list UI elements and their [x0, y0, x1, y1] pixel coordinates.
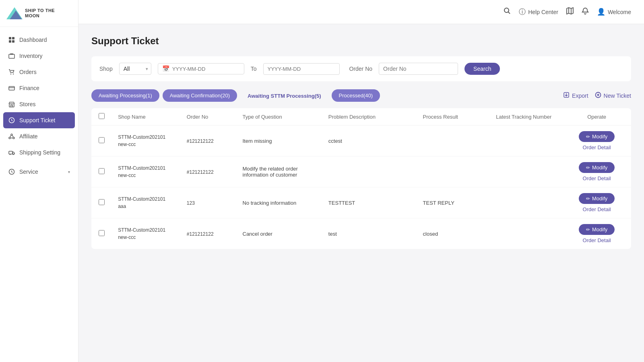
service-icon [8, 168, 15, 175]
svg-point-13 [11, 134, 12, 136]
sidebar-item-shipping-setting-label: Shipping Setting [19, 149, 60, 156]
row-1-order-detail-button[interactable]: Order Detail [583, 144, 611, 150]
row-2-order-no: #121212122 [180, 156, 236, 187]
sidebar-item-support-ticket-label: Support Ticket [19, 117, 56, 123]
shop-select[interactable]: All [119, 63, 151, 75]
affiliate-icon [8, 133, 15, 140]
table-header: Shop Name Order No Type of Question Prob… [91, 108, 631, 125]
th-order-no: Order No [180, 108, 236, 125]
support-ticket-table: Shop Name Order No Type of Question Prob… [91, 108, 631, 249]
sidebar-item-support-ticket[interactable]: Support Ticket [3, 112, 75, 128]
sidebar-item-dashboard[interactable]: Dashboard [0, 32, 78, 48]
row-2-order-detail-button[interactable]: Order Detail [583, 175, 611, 181]
export-button[interactable]: Export [563, 92, 588, 99]
pencil-icon: ✏ [586, 165, 590, 171]
row-2-shop: STTM-Custom202101 new-ccc [111, 156, 180, 187]
row-1-modify-button[interactable]: ✏ Modify [579, 131, 615, 142]
user-welcome[interactable]: 👤 Welcome [597, 8, 631, 16]
row-4-shop: STTM-Custom202101 new-ccc [111, 218, 180, 249]
date-from-input[interactable] [172, 66, 240, 72]
date-to-input[interactable] [263, 63, 340, 75]
row-3-operate: ✏ Modify Order Detail [562, 187, 631, 218]
row-1-checkbox[interactable] [99, 137, 105, 143]
table-body: STTM-Custom202101 new-ccc #121212122 Ite… [91, 125, 631, 249]
table-row: STTM-Custom202101 new-ccc #121212122 Can… [91, 218, 631, 249]
tab-awaiting-sttm[interactable]: Awaiting STTM Processing(5) [240, 89, 328, 102]
plus-icon [595, 92, 601, 99]
sidebar-item-service-label: Service [19, 169, 38, 175]
row-2-operate: ✏ Modify Order Detail [562, 156, 631, 187]
pencil-icon: ✏ [586, 134, 590, 140]
help-center-button[interactable]: ⓘ Help Center [519, 7, 558, 16]
svg-point-14 [9, 137, 10, 139]
row-3-order-detail-button[interactable]: Order Detail [583, 206, 611, 212]
svg-rect-4 [9, 40, 11, 43]
sidebar-item-shipping-setting[interactable]: Shipping Setting [0, 144, 78, 160]
th-problem-description: Problem Description [322, 108, 417, 125]
sidebar-item-inventory[interactable]: Inventory [0, 48, 78, 64]
table-row: STTM-Custom202101 new-ccc #121212122 Mod… [91, 156, 631, 187]
search-button[interactable]: Search [464, 63, 500, 75]
row-3-checkbox[interactable] [99, 199, 105, 205]
map-icon[interactable] [566, 7, 574, 16]
sidebar-item-finance[interactable]: Finance [0, 80, 78, 96]
order-no-input[interactable] [379, 63, 458, 75]
help-center-label: Help Center [528, 9, 558, 15]
svg-point-9 [13, 74, 14, 74]
th-latest-tracking-number: Latest Tracking Number [485, 108, 562, 125]
pencil-icon: ✏ [586, 196, 590, 202]
svg-point-18 [13, 154, 14, 155]
inventory-icon [8, 52, 15, 60]
sidebar-item-orders[interactable]: Orders [0, 64, 78, 80]
calendar-icon: 📅 [162, 65, 170, 72]
sidebar-item-stores[interactable]: Stores [0, 96, 78, 112]
svg-rect-16 [9, 151, 12, 154]
th-type-of-question: Type of Question [236, 108, 322, 125]
tab-awaiting-processing[interactable]: Awaiting Processing(1) [91, 89, 159, 102]
row-4-modify-button[interactable]: ✏ Modify [579, 224, 615, 235]
row-3-shop: STTM-Custom202101 aaa [111, 187, 180, 218]
th-shop-name: Shop Name [111, 108, 180, 125]
sidebar-item-dashboard-label: Dashboard [19, 37, 47, 43]
row-1-order-no: #121212122 [180, 125, 236, 156]
row-4-checkbox[interactable] [99, 230, 105, 236]
stores-icon [8, 101, 15, 108]
sidebar-item-finance-label: Finance [19, 85, 39, 91]
th-checkbox [91, 108, 111, 125]
notification-icon[interactable] [582, 7, 589, 16]
row-4-process: closed [417, 218, 485, 249]
table-row: STTM-Custom202101 aaa 123 No tracking in… [91, 187, 631, 218]
sidebar-navigation: Dashboard Inventory Orders [0, 27, 78, 362]
svg-rect-3 [12, 37, 14, 39]
sidebar-item-service[interactable]: Service ▾ [0, 164, 78, 180]
row-2-checkbox[interactable] [99, 168, 105, 174]
th-operate: Operate [562, 108, 631, 125]
sidebar-item-affiliate[interactable]: Affiliate [0, 128, 78, 144]
tabs-row: Awaiting Processing(1) Awaiting Confirma… [91, 89, 631, 102]
svg-rect-6 [9, 54, 14, 58]
tab-processed[interactable]: Processed(40) [332, 89, 380, 102]
order-no-label: Order No [349, 66, 373, 72]
row-2-problem [322, 156, 417, 187]
row-4-operate: ✏ Modify Order Detail [562, 218, 631, 249]
support-ticket-icon [8, 117, 15, 124]
row-2-modify-button[interactable]: ✏ Modify [579, 162, 615, 173]
new-ticket-button[interactable]: New Ticket [595, 92, 631, 99]
row-3-modify-button[interactable]: ✏ Modify [579, 193, 615, 204]
row-3-tracking [485, 187, 562, 218]
svg-marker-22 [567, 8, 573, 14]
table-row: STTM-Custom202101 new-ccc #121212122 Ite… [91, 125, 631, 156]
user-icon: 👤 [597, 8, 605, 16]
svg-rect-2 [9, 37, 11, 39]
search-icon[interactable] [504, 7, 511, 16]
row-4-order-detail-button[interactable]: Order Detail [583, 237, 611, 243]
svg-rect-11 [9, 104, 14, 107]
row-1-problem: cctest [322, 125, 417, 156]
date-from-group: 📅 [158, 63, 244, 74]
service-chevron-icon: ▾ [68, 170, 70, 174]
tab-awaiting-confirmation[interactable]: Awaiting Confirmation(20) [163, 89, 237, 102]
select-all-checkbox[interactable] [99, 113, 105, 119]
row-4-type: Cancel order [236, 218, 322, 249]
logo-icon [6, 7, 23, 19]
row-checkbox-cell [91, 125, 111, 156]
